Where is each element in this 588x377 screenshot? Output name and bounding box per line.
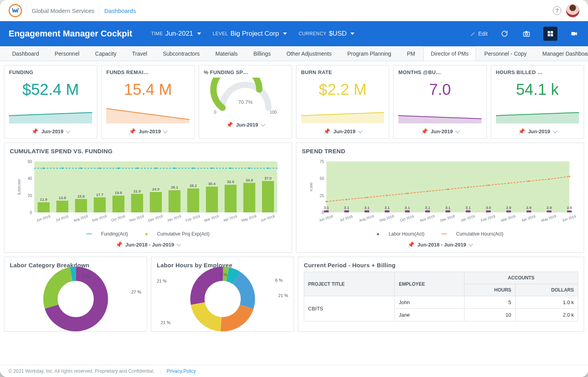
tab-personnel-copy[interactable]: Personnel - Copy — [477, 46, 534, 61]
workday-logo-icon — [9, 4, 22, 17]
svg-point-86 — [508, 182, 510, 184]
svg-text:Sep 2018: Sep 2018 — [379, 214, 395, 222]
company-name: Global Modern Services — [32, 7, 94, 14]
svg-text:15.8: 15.8 — [77, 194, 85, 198]
table-row[interactable]: CBITSJohn51.0 k — [304, 296, 578, 309]
user-avatar[interactable] — [566, 4, 579, 17]
currency-filter[interactable]: CURRENCY $USD — [299, 30, 355, 38]
svg-point-29 — [230, 167, 231, 169]
svg-point-21 — [80, 167, 82, 169]
kpi-date-selector[interactable]: 📌 Jun-2019 — [204, 121, 287, 128]
svg-rect-111 — [466, 210, 470, 212]
breadcrumb-dashboards[interactable]: Dashboards — [104, 7, 136, 14]
legend-cum-hours: ┅┅ Cumulative Hours(Act) — [437, 231, 507, 237]
pin-icon: 📌 — [31, 128, 38, 134]
svg-text:Dec 2018: Dec 2018 — [148, 214, 163, 222]
svg-rect-2 — [548, 31, 550, 33]
help-icon[interactable]: ? — [553, 6, 561, 15]
chevron-down-icon — [261, 122, 265, 126]
svg-text:0: 0 — [322, 210, 324, 215]
page-header-bar: Engagement Manager Cockpit TIME Jun-2021… — [0, 21, 588, 46]
svg-point-85 — [488, 185, 489, 186]
svg-rect-47 — [131, 194, 143, 212]
kpi-date-selector[interactable]: 📌 Jun-2019 — [301, 128, 384, 134]
legend-funding: ┅┅ Funding(Act) — [82, 231, 132, 237]
kpi-card-2: % FUNDING SP… 70.7% 0 100 📌 Jun-2019 — [199, 65, 292, 139]
tab-director-of-pms[interactable]: Director of PMs — [423, 46, 476, 61]
edit-button[interactable]: Edit — [470, 31, 488, 37]
tab-dashboard[interactable]: Dashboard — [5, 46, 47, 61]
svg-rect-71 — [327, 161, 570, 212]
svg-text:Jul 2018: Jul 2018 — [339, 214, 353, 222]
kpi-date-selector[interactable]: 📌 Jun-2019 — [398, 128, 481, 134]
svg-text:20: 20 — [27, 194, 32, 198]
svg-point-78 — [346, 199, 347, 200]
privacy-policy-link[interactable]: Privacy Policy — [167, 368, 196, 374]
svg-point-84 — [467, 187, 469, 188]
refresh-icon[interactable] — [499, 29, 510, 39]
svg-text:Dec 2018: Dec 2018 — [440, 214, 456, 222]
svg-rect-120 — [526, 210, 531, 212]
video-icon[interactable] — [569, 29, 579, 39]
tab-manager-dashboard[interactable]: Manager Dashboard — [535, 46, 588, 61]
tab-personnel[interactable]: Personnel — [47, 46, 87, 61]
pin-icon: 📌 — [226, 121, 233, 128]
grid-view-icon[interactable] — [543, 27, 557, 41]
legend-labor-hours: ● Labor Hours(Act) — [373, 231, 428, 237]
svg-rect-4 — [548, 34, 550, 36]
svg-rect-114 — [486, 210, 491, 212]
svg-point-19 — [43, 167, 44, 169]
tab-billings[interactable]: Billings — [246, 46, 278, 61]
caret-down-icon — [197, 33, 201, 35]
labor-category-card: Labor Category Breakdown 3 % 27 % — [4, 257, 147, 332]
caret-down-icon — [283, 33, 287, 35]
svg-text:30.4: 30.4 — [208, 181, 216, 186]
svg-text:Feb 2019: Feb 2019 — [185, 214, 200, 223]
svg-marker-8 — [106, 109, 189, 123]
kpi-date-selector[interactable]: 📌 Jun-2019 — [496, 128, 579, 134]
svg-text:24.0: 24.0 — [152, 187, 160, 191]
kpi-date-selector[interactable]: 📌 Jun-2019 — [106, 128, 189, 134]
chevron-down-icon — [163, 129, 168, 133]
svg-point-1 — [525, 33, 528, 35]
kpi-card-1: FUNDS REMAI…15.4 M 📌 Jun-2019 — [101, 65, 194, 139]
page-title: Engagement Manager Cockpit — [9, 29, 132, 39]
svg-text:50: 50 — [319, 176, 324, 181]
svg-text:3.1: 3.1 — [324, 205, 329, 210]
chevron-down-icon — [468, 242, 473, 246]
svg-text:$,000,000: $,000,000 — [17, 179, 21, 195]
pin-icon: 📌 — [421, 128, 428, 134]
svg-text:17.7: 17.7 — [96, 192, 103, 197]
svg-point-31 — [267, 167, 269, 169]
kpi-date-selector[interactable]: 📌 Jun-2019 — [9, 128, 92, 134]
svg-text:May 2019: May 2019 — [541, 214, 557, 223]
trend-range-selector[interactable]: 📌 Jun-2018 - Jun-2019 — [302, 241, 578, 248]
level-filter[interactable]: LEVEL Big Project Corp — [213, 30, 287, 38]
tab-subcontractors[interactable]: Subcontractors — [155, 46, 207, 61]
svg-rect-123 — [547, 210, 552, 212]
svg-text:3.1: 3.1 — [364, 205, 369, 210]
tab-other-adjustments[interactable]: Other Adjustments — [279, 46, 339, 61]
svg-rect-5 — [551, 34, 553, 36]
svg-text:3.1: 3.1 — [466, 205, 471, 210]
svg-text:3.1: 3.1 — [445, 205, 450, 210]
cumulative-range-selector[interactable]: 📌 Jun-2018 - Jun-2019 — [10, 241, 286, 248]
time-filter[interactable]: TIME Jun-2021 — [151, 30, 201, 38]
tab-pm[interactable]: PM — [399, 46, 423, 61]
tab-materials[interactable]: Materials — [208, 46, 245, 61]
pin-icon: 📌 — [323, 128, 330, 134]
kpi-card-0: FUNDING$52.4 M 📌 Jun-2019 — [4, 65, 97, 139]
chevron-down-icon — [553, 129, 557, 133]
tab-travel[interactable]: Travel — [125, 46, 154, 61]
svg-point-20 — [62, 167, 63, 169]
svg-text:2.9: 2.9 — [526, 205, 532, 210]
svg-point-30 — [249, 167, 250, 169]
camera-icon[interactable] — [521, 29, 532, 39]
svg-text:0: 0 — [30, 210, 32, 215]
chevron-down-icon — [358, 129, 362, 133]
svg-rect-32 — [38, 202, 50, 212]
svg-point-27 — [192, 167, 194, 169]
svg-rect-62 — [225, 185, 237, 212]
tab-program-planning[interactable]: Program Planning — [340, 46, 399, 61]
tab-capacity[interactable]: Capacity — [88, 46, 124, 61]
